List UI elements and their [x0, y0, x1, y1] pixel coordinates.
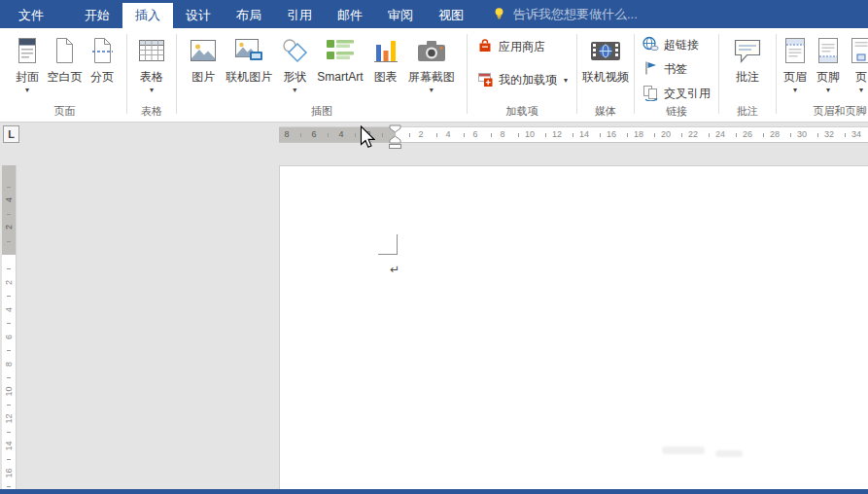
- ribbon-group-media: 联机视频 媒体: [577, 28, 634, 122]
- ribbon-tab-bar: 文件 开始 插入 设计 布局 引用 邮件 审阅 视图 告诉我您想要做什么...: [0, 0, 868, 28]
- screenshot-icon: [416, 33, 447, 68]
- button-label: 图片: [191, 70, 215, 85]
- lightbulb-icon: [492, 6, 506, 23]
- group-label-addins: 加载项: [468, 104, 576, 122]
- blank-page-icon: [52, 33, 77, 68]
- table-icon: [137, 33, 166, 68]
- tab-references[interactable]: 引用: [274, 3, 325, 28]
- comment-button[interactable]: 批注: [728, 32, 767, 86]
- pictures-icon: [189, 33, 218, 68]
- button-label: 我的加载项: [499, 72, 557, 88]
- bookmark-button[interactable]: 书签: [640, 59, 689, 80]
- button-label: 表格: [140, 70, 163, 85]
- online-video-icon: [589, 33, 622, 68]
- tab-mailings[interactable]: 邮件: [325, 3, 375, 28]
- chart-icon: [371, 33, 400, 68]
- button-label: 联机图片: [226, 70, 272, 85]
- button-label: 书签: [664, 61, 687, 78]
- ribbon-group-pages: 封面 ▾ 空白页 分页 页面: [3, 28, 126, 122]
- hyperlink-icon: [642, 35, 659, 55]
- store-icon: [476, 37, 494, 57]
- tab-selector-label: L: [8, 128, 15, 140]
- dropdown-arrow-icon: ▾: [430, 86, 434, 94]
- vertical-ruler[interactable]: 4 2 2 4 6 8 10 12 14 16: [2, 165, 17, 489]
- pictures-button[interactable]: 图片: [185, 32, 222, 86]
- tab-stop-selector[interactable]: L: [3, 125, 19, 143]
- cover-page-icon: [16, 33, 40, 68]
- footer-button[interactable]: 页脚 ▾: [812, 32, 845, 95]
- ribbon-group-links: 超链接 书签 交叉引用 链接: [635, 28, 718, 122]
- chart-button[interactable]: 图表: [367, 32, 404, 86]
- group-label-media: 媒体: [577, 104, 634, 122]
- group-label-links: 链接: [635, 104, 718, 122]
- smartart-icon: [325, 33, 356, 68]
- button-label: 图表: [374, 70, 398, 85]
- button-label: SmartArt: [317, 70, 363, 85]
- document-page[interactable]: ↵: [279, 165, 868, 489]
- cross-reference-icon: [642, 84, 659, 104]
- ruler-ticks: [7, 268, 11, 489]
- button-label: 页眉: [783, 70, 807, 85]
- online-pictures-icon: [233, 33, 264, 68]
- left-indent-marker[interactable]: [389, 144, 401, 149]
- document-workspace: L 8 6 4 2 2 4 6 8 10 12 14 16 18 20 22 2…: [0, 123, 868, 489]
- group-label-pages: 页面: [3, 104, 126, 122]
- button-label: 分页: [90, 70, 114, 85]
- header-icon: [782, 33, 808, 68]
- tab-insert[interactable]: 插入: [122, 3, 173, 28]
- table-button[interactable]: 表格 ▾: [133, 32, 170, 95]
- header-button[interactable]: 页眉 ▾: [779, 32, 812, 95]
- hanging-indent-marker[interactable]: [389, 135, 401, 144]
- bookmark-icon: [642, 59, 659, 80]
- button-label: 超链接: [664, 37, 699, 53]
- tell-me-box[interactable]: 告诉我您想要做什么...: [492, 0, 638, 28]
- page-break-icon: [90, 33, 115, 68]
- shapes-icon: [280, 33, 309, 68]
- ruler-ticks: [7, 187, 11, 256]
- text-boundary-mark: [378, 254, 398, 255]
- blank-page-button[interactable]: 空白页: [44, 32, 87, 86]
- screenshot-button[interactable]: 屏幕截图 ▾: [404, 32, 459, 95]
- tab-home[interactable]: 开始: [72, 3, 122, 28]
- cross-reference-button[interactable]: 交叉引用: [640, 84, 712, 104]
- my-addins-button[interactable]: 我的加载项 ▾: [474, 70, 570, 90]
- my-addins-icon: [476, 70, 494, 90]
- dropdown-arrow-icon: ▾: [293, 86, 296, 94]
- text-boundary-mark: [397, 234, 398, 254]
- group-label-comments: 批注: [719, 104, 776, 122]
- tab-review[interactable]: 审阅: [375, 3, 426, 28]
- online-pictures-button[interactable]: 联机图片: [222, 32, 276, 86]
- ribbon-group-illustrations: 图片 联机图片 形状 ▾ SmartArt 图表 屏幕截图: [177, 28, 467, 122]
- button-label: 屏幕截图: [408, 70, 455, 85]
- hyperlink-button[interactable]: 超链接: [640, 35, 701, 55]
- button-label: 形状: [283, 70, 306, 85]
- artifact-smudge: [662, 446, 705, 454]
- ruler-number: 8: [284, 127, 289, 142]
- comment-icon: [732, 33, 763, 68]
- mouse-cursor: [360, 125, 375, 149]
- tab-layout[interactable]: 布局: [224, 3, 274, 28]
- smartart-button[interactable]: SmartArt: [313, 32, 366, 86]
- tab-design[interactable]: 设计: [173, 3, 224, 28]
- shapes-button[interactable]: 形状 ▾: [276, 32, 313, 95]
- button-label: 页脚: [816, 70, 840, 85]
- button-label: 批注: [736, 70, 759, 85]
- first-line-indent-marker[interactable]: [389, 124, 401, 133]
- ribbon-group-tables: 表格 ▾ 表格: [127, 28, 176, 122]
- paragraph-mark: ↵: [390, 263, 399, 276]
- store-button[interactable]: 应用商店: [474, 37, 547, 57]
- tab-file[interactable]: 文件: [6, 3, 56, 28]
- tab-view[interactable]: 视图: [426, 3, 476, 28]
- dropdown-arrow-icon: ▾: [150, 86, 154, 94]
- dropdown-arrow-icon: ▾: [564, 76, 568, 85]
- tell-me-label: 告诉我您想要做什么...: [513, 6, 638, 23]
- status-bar: [0, 489, 868, 494]
- ribbon-group-header-footer: 页眉 ▾ 页脚 ▾ 页 ▾ 页眉和页脚: [777, 28, 868, 122]
- page-number-button[interactable]: 页 ▾: [845, 32, 868, 95]
- online-video-button[interactable]: 联机视频: [578, 32, 633, 86]
- group-label-tables: 表格: [127, 104, 176, 122]
- dropdown-arrow-icon: ▾: [793, 86, 797, 94]
- cover-page-button[interactable]: 封面 ▾: [12, 32, 44, 95]
- page-break-button[interactable]: 分页: [87, 32, 119, 86]
- button-label: 页: [855, 70, 867, 85]
